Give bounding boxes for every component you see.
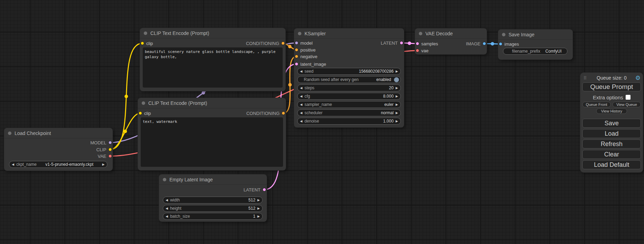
load-default-button[interactable]: Load Default	[582, 160, 641, 169]
image-output-dot[interactable]	[483, 42, 486, 45]
increment-arrow-icon[interactable]: ▶	[257, 215, 260, 218]
images-input-dot[interactable]	[499, 42, 502, 46]
toggle-enabled-icon[interactable]	[394, 77, 399, 82]
negative-input-dot[interactable]	[295, 55, 298, 58]
latent-output-dot[interactable]	[263, 188, 266, 191]
node-title-bar[interactable]: Save Image	[498, 29, 573, 40]
node-vae-decode[interactable]: VAE Decode samples IMAGE vae	[415, 28, 487, 54]
extra-options-row: Extra options	[580, 94, 643, 100]
collapse-dot-icon[interactable]	[142, 101, 145, 105]
gear-icon[interactable]: ⚙	[635, 75, 641, 81]
width-widget[interactable]: ◀ width 512 ▶	[163, 197, 263, 204]
slot-row-negative: negative	[294, 53, 404, 60]
steps-widget[interactable]: ◀ steps 20 ▶	[297, 84, 401, 91]
increment-arrow-icon[interactable]: ▶	[396, 70, 398, 73]
decrement-arrow-icon[interactable]: ◀	[12, 163, 14, 166]
decrement-arrow-icon[interactable]: ◀	[166, 199, 168, 202]
node-load-checkpoint[interactable]: Load Checkpoint MODEL CLIP VAE ◀ ckpt_na…	[4, 128, 113, 171]
increment-arrow-icon[interactable]: ▶	[257, 207, 260, 210]
samples-input-dot[interactable]	[416, 42, 419, 45]
menu-header: ⠿ Queue size: 0 ⚙	[580, 74, 643, 82]
increment-arrow-icon[interactable]: ▶	[396, 120, 398, 123]
slot-row: clip CONDITIONING	[138, 110, 286, 117]
model-input-dot[interactable]	[295, 41, 298, 45]
filename-prefix-widget[interactable]: filename_prefix ComfyUI	[503, 48, 567, 55]
node-title-bar[interactable]: Load Checkpoint	[4, 128, 113, 138]
output-slot-vae: VAE	[4, 153, 113, 160]
queue-prompt-button[interactable]: Queue Prompt	[582, 82, 641, 91]
collapse-dot-icon[interactable]	[144, 31, 147, 35]
decrement-arrow-icon[interactable]: ◀	[166, 215, 168, 218]
batch-size-widget[interactable]: ◀ batch_size 1 ▶	[163, 213, 263, 220]
node-title-bar[interactable]: VAE Decode	[415, 28, 487, 39]
vae-output-dot[interactable]	[108, 154, 112, 158]
latent-image-input-dot[interactable]	[295, 62, 298, 66]
latent-output-dot[interactable]	[400, 41, 403, 45]
node-title-bar[interactable]: CLIP Text Encode (Prompt)	[140, 28, 285, 38]
load-button[interactable]: Load	[582, 129, 641, 138]
slot-row-images: images	[498, 40, 573, 47]
node-clip-text-encode-negative[interactable]: CLIP Text Encode (Prompt) clip CONDITION…	[138, 98, 286, 170]
decrement-arrow-icon[interactable]: ◀	[300, 120, 302, 123]
conditioning-output-dot[interactable]	[281, 42, 285, 45]
view-queue-button[interactable]: View Queue	[612, 102, 641, 107]
output-slot-clip: CLIP	[4, 146, 113, 153]
output-slot-model: MODEL	[4, 139, 113, 146]
decrement-arrow-icon[interactable]: ◀	[300, 87, 302, 90]
decrement-arrow-icon[interactable]: ◀	[166, 207, 168, 210]
increment-arrow-icon[interactable]: ▶	[396, 111, 398, 115]
sampler-name-widget[interactable]: ◀ sampler_name euler ▶	[297, 101, 401, 108]
slot-row-model: model LATENT	[294, 39, 404, 46]
decrement-arrow-icon[interactable]: ◀	[300, 111, 302, 115]
node-title: KSampler	[305, 31, 326, 36]
node-empty-latent-image[interactable]: Empty Latent Image LATENT ◀ width 512 ▶ …	[159, 174, 267, 222]
node-title: VAE Decode	[425, 31, 453, 36]
positive-prompt-textarea[interactable]: beautiful scenery nature glass bottle la…	[143, 47, 283, 88]
clip-input-dot[interactable]	[141, 42, 144, 45]
cfg-widget[interactable]: ◀ cfg 8.000 ▶	[297, 93, 401, 100]
increment-arrow-icon[interactable]: ▶	[396, 87, 398, 90]
ckpt-name-widget[interactable]: ◀ ckpt_name v1-5-pruned-emaonly.ckpt ▶	[9, 161, 107, 168]
increment-arrow-icon[interactable]: ▶	[396, 103, 398, 106]
collapse-dot-icon[interactable]	[163, 178, 166, 181]
height-widget[interactable]: ◀ height 512 ▶	[163, 205, 263, 212]
queue-front-button[interactable]: Queue Front	[582, 102, 611, 107]
model-output-dot[interactable]	[108, 141, 112, 144]
slot-row: clip CONDITIONING	[140, 40, 285, 47]
collapse-dot-icon[interactable]	[419, 32, 422, 35]
seed-widget[interactable]: ◀ seed 156680208700286 ▶	[297, 68, 401, 75]
clip-input-dot[interactable]	[139, 111, 142, 115]
extra-options-checkbox[interactable]	[626, 95, 630, 100]
slot-row-positive: positive	[294, 46, 404, 53]
save-button[interactable]: Save	[582, 119, 641, 128]
drag-handle-icon[interactable]: ⠿	[583, 75, 586, 81]
node-ksampler[interactable]: KSampler model LATENT positive negative …	[294, 28, 404, 127]
node-title-bar[interactable]: CLIP Text Encode (Prompt)	[138, 98, 286, 108]
collapse-dot-icon[interactable]	[298, 32, 301, 35]
node-title-bar[interactable]: Empty Latent Image	[159, 174, 267, 185]
increment-arrow-icon[interactable]: ▶	[102, 163, 105, 166]
node-save-image[interactable]: Save Image images filename_prefix ComfyU…	[498, 29, 573, 60]
random-seed-toggle-widget[interactable]: Random seed after every gen enabled	[297, 76, 401, 83]
comfyui-canvas[interactable]: { "colors": { "model": "#B39DDB", "clip"…	[0, 0, 644, 244]
decrement-arrow-icon[interactable]: ◀	[300, 103, 302, 106]
queue-menu-panel[interactable]: ⠿ Queue size: 0 ⚙ Queue Prompt Extra opt…	[580, 73, 643, 172]
scheduler-widget[interactable]: ◀ scheduler normal ▶	[297, 109, 401, 116]
refresh-button[interactable]: Refresh	[582, 139, 641, 148]
increment-arrow-icon[interactable]: ▶	[396, 95, 398, 98]
clear-button[interactable]: Clear	[582, 150, 641, 159]
positive-input-dot[interactable]	[295, 48, 298, 52]
clip-output-dot[interactable]	[108, 148, 112, 151]
node-clip-text-encode-positive[interactable]: CLIP Text Encode (Prompt) clip CONDITION…	[140, 28, 285, 91]
increment-arrow-icon[interactable]: ▶	[257, 199, 260, 202]
decrement-arrow-icon[interactable]: ◀	[300, 95, 302, 98]
denoise-widget[interactable]: ◀ denoise 1.000 ▶	[297, 118, 401, 125]
node-title-bar[interactable]: KSampler	[294, 28, 404, 39]
collapse-dot-icon[interactable]	[502, 33, 505, 36]
decrement-arrow-icon[interactable]: ◀	[300, 70, 302, 73]
view-history-button[interactable]: View History	[596, 108, 627, 114]
collapse-dot-icon[interactable]	[8, 132, 11, 135]
negative-prompt-textarea[interactable]: text, watermark	[141, 117, 283, 167]
conditioning-output-dot[interactable]	[282, 111, 285, 115]
vae-input-dot[interactable]	[416, 49, 419, 52]
